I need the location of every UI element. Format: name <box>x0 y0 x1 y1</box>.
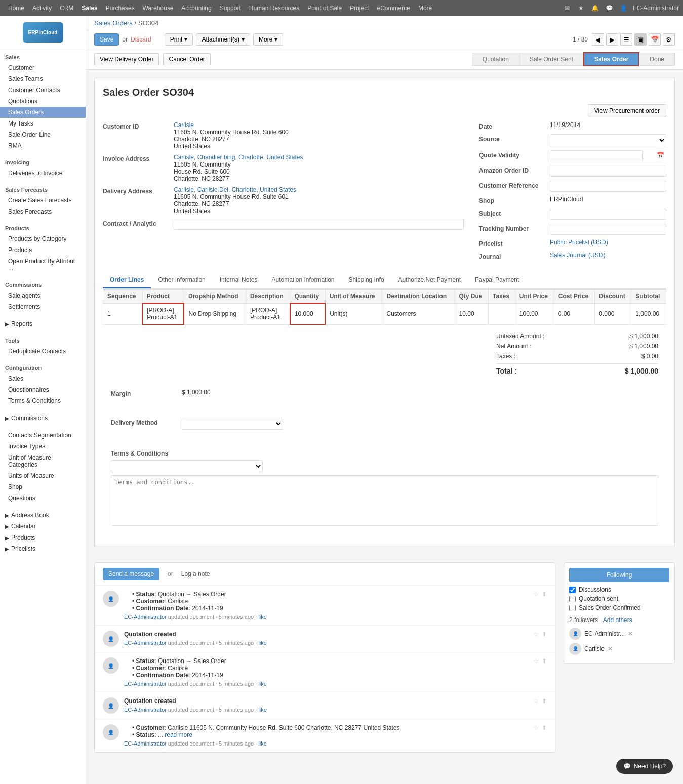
nav-more[interactable]: More <box>414 5 436 12</box>
terms-textarea[interactable] <box>111 475 658 526</box>
sidebar-item-reports[interactable]: ▶ Reports <box>0 318 86 329</box>
message-author-3[interactable]: EC-Administrator <box>124 681 167 687</box>
next-record-button[interactable]: ▶ <box>606 33 618 46</box>
sidebar-item-open-product[interactable]: Open Product By Attribut ... <box>0 256 86 274</box>
source-select[interactable] <box>550 134 666 146</box>
list-view-button[interactable]: ☰ <box>620 33 632 46</box>
discussions-checkbox[interactable] <box>569 587 576 593</box>
nav-sales[interactable]: Sales <box>77 5 101 12</box>
reply-message-1[interactable]: ⬆ <box>542 591 547 620</box>
contract-input[interactable] <box>174 219 464 230</box>
form-view-button[interactable]: ▣ <box>634 33 647 46</box>
sidebar-item-products-category[interactable]: Products by Category <box>0 233 86 244</box>
message-author-5[interactable]: EC-Administrator <box>124 740 167 747</box>
status-sales-order[interactable]: Sales Order <box>583 52 639 66</box>
message-author-2[interactable]: EC-Administrator <box>124 640 167 646</box>
message-author-4[interactable]: EC-Administrator <box>124 707 167 713</box>
cancel-order-button[interactable]: Cancel Order <box>163 53 210 65</box>
quotation-sent-checkbox[interactable] <box>569 596 576 602</box>
view-procurement-button[interactable]: View Procurement order <box>588 104 666 117</box>
reply-message-5[interactable]: ⬆ <box>542 724 547 747</box>
sidebar-item-customer-contacts[interactable]: Customer Contacts <box>0 85 86 96</box>
chat-icon[interactable]: 💬 <box>605 3 615 13</box>
cell-product[interactable]: [PROD-A]Product-A1 <box>142 303 184 324</box>
sidebar-item-terms-conditions[interactable]: Terms & Conditions <box>0 395 86 406</box>
reply-message-3[interactable]: ⬆ <box>542 657 547 687</box>
tab-internal-notes[interactable]: Internal Notes <box>213 272 265 288</box>
tab-authorize-net[interactable]: Authorize.Net Payment <box>391 272 468 288</box>
star-message-3[interactable]: ☆ <box>533 657 539 687</box>
nav-purchases[interactable]: Purchases <box>102 5 139 12</box>
customer-link[interactable]: Carlisle <box>174 121 194 129</box>
attachments-button[interactable]: Attachment(s) ▾ <box>196 33 250 46</box>
sidebar-item-products2[interactable]: ▶ Products <box>0 532 86 543</box>
status-quotation[interactable]: Quotation <box>472 53 519 66</box>
sidebar-item-questions[interactable]: Questions <box>0 492 86 504</box>
reply-message-4[interactable]: ⬆ <box>542 697 547 714</box>
star-message-5[interactable]: ☆ <box>533 724 539 747</box>
sidebar-item-deliveries[interactable]: Deliveries to Invoice <box>0 168 86 179</box>
delivery-method-select[interactable] <box>182 418 283 430</box>
tracking-input[interactable] <box>550 224 666 235</box>
tab-order-lines[interactable]: Order Lines <box>103 272 151 288</box>
star-icon[interactable]: ★ <box>576 3 586 13</box>
send-message-button[interactable]: Send a message <box>103 568 159 580</box>
sidebar-item-address-book[interactable]: ▶ Address Book <box>0 510 86 521</box>
pricelist-link[interactable]: Public Pricelist (USD) <box>550 239 608 246</box>
nav-support[interactable]: Support <box>216 5 245 12</box>
quote-validity-input[interactable] <box>550 150 643 161</box>
status-order-sent[interactable]: Sale Order Sent <box>519 53 584 66</box>
bell-icon[interactable]: 🔔 <box>590 3 600 13</box>
read-more-link[interactable]: read more <box>165 731 192 738</box>
nav-crm[interactable]: CRM <box>56 5 77 12</box>
sidebar-item-sale-order-line[interactable]: Sale Order Line <box>0 129 86 140</box>
nav-activity[interactable]: Activity <box>28 5 56 12</box>
sidebar-item-uom[interactable]: Units of Measure <box>0 470 86 481</box>
follower-remove-2[interactable]: ✕ <box>608 645 613 652</box>
breadcrumb-parent[interactable]: Sales Orders <box>94 19 133 27</box>
status-done[interactable]: Done <box>639 53 675 66</box>
message-like-1[interactable]: like <box>258 614 267 620</box>
sidebar-item-uom-categories[interactable]: Unit of Measure Categories <box>0 452 86 470</box>
star-message-1[interactable]: ☆ <box>533 591 539 620</box>
follower-remove-1[interactable]: ✕ <box>628 630 633 637</box>
sidebar-item-my-tasks[interactable]: My Tasks <box>0 118 86 129</box>
sidebar-item-sales-forecasts[interactable]: Sales Forecasts <box>0 206 86 217</box>
nav-warehouse[interactable]: Warehouse <box>138 5 177 12</box>
order-confirmed-checkbox[interactable] <box>569 605 576 611</box>
tab-shipping-info[interactable]: Shipping Info <box>342 272 391 288</box>
message-like-3[interactable]: like <box>258 681 267 687</box>
message-author-1[interactable]: EC-Administrator <box>124 614 167 620</box>
nav-home[interactable]: Home <box>4 5 28 12</box>
cell-quantity[interactable]: 10.000 <box>290 303 325 324</box>
message-like-4[interactable]: like <box>258 707 267 713</box>
sidebar-item-questionnaires[interactable]: Questionnaires <box>0 384 86 395</box>
sidebar-item-create-forecasts[interactable]: Create Sales Forecasts <box>0 195 86 206</box>
sidebar-item-config-sales[interactable]: Sales <box>0 373 86 384</box>
star-message-2[interactable]: ☆ <box>533 631 539 647</box>
calendar-view-button[interactable]: 📅 <box>649 33 661 46</box>
sidebar-item-settlements[interactable]: Settlements <box>0 301 86 312</box>
terms-select[interactable] <box>111 460 263 472</box>
sidebar-item-rma[interactable]: RMA <box>0 140 86 151</box>
sidebar-item-products[interactable]: Products <box>0 244 86 256</box>
sidebar-item-pricelists[interactable]: ▶ Pricelists <box>0 543 86 554</box>
email-icon[interactable]: ✉ <box>562 3 572 13</box>
sidebar-item-calendar[interactable]: ▶ Calendar <box>0 521 86 532</box>
customer-ref-input[interactable] <box>550 181 666 192</box>
nav-hr[interactable]: Human Resources <box>245 5 303 12</box>
sidebar-item-contacts-seg[interactable]: Contacts Segmentation <box>0 430 86 441</box>
journal-link[interactable]: Sales Journal (USD) <box>550 252 605 259</box>
sidebar-item-shop[interactable]: Shop <box>0 481 86 492</box>
add-others-link[interactable]: Add others <box>603 616 632 624</box>
amazon-order-input[interactable] <box>550 166 666 177</box>
more-button[interactable]: More ▾ <box>253 33 283 46</box>
sidebar-item-sales-orders[interactable]: Sales Orders <box>0 107 86 118</box>
following-button[interactable]: Following <box>569 568 669 582</box>
prev-record-button[interactable]: ◀ <box>592 33 604 46</box>
message-like-2[interactable]: like <box>258 640 267 646</box>
sidebar-item-deduplicate[interactable]: Deduplicate Contacts <box>0 346 86 357</box>
calendar-icon[interactable]: 📅 <box>657 152 664 159</box>
message-like-5[interactable]: like <box>258 740 267 747</box>
need-help-button[interactable]: 💬 Need Help? <box>616 759 673 774</box>
